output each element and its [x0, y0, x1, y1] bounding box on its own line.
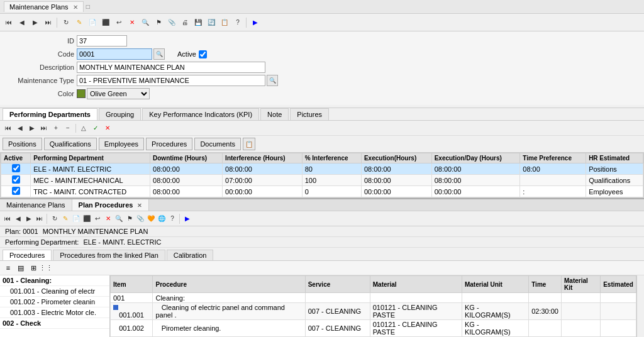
s-nav-first[interactable]: ⏮: [3, 213, 13, 225]
tree-item[interactable]: 002 - Check: [0, 318, 109, 329]
maint-type-search-btn[interactable]: 🔍: [267, 75, 278, 86]
tree-item[interactable]: 001.003 - Electric Motor cle.: [0, 307, 109, 318]
s-delete[interactable]: ✕: [103, 213, 113, 225]
help-btn[interactable]: ?: [231, 16, 244, 29]
s-attach[interactable]: 📎: [135, 213, 145, 225]
attach-btn[interactable]: 📎: [165, 16, 178, 29]
description-field[interactable]: [77, 62, 265, 73]
plan-name: MONTHLY MAINTENANCE PLAN: [43, 228, 148, 235]
save-btn[interactable]: 💾: [192, 16, 204, 29]
window-close[interactable]: □: [86, 3, 90, 10]
reload-btn[interactable]: 🔄: [205, 16, 218, 29]
sub-check[interactable]: ✓: [90, 123, 101, 134]
proc-col-matunit: Material Unit: [462, 276, 528, 293]
s-help[interactable]: ?: [167, 213, 177, 225]
run-btn[interactable]: ▶: [249, 16, 262, 29]
tree-item[interactable]: 001.002 - Pirometer cleanin: [0, 297, 109, 307]
sub-cancel[interactable]: ✕: [102, 123, 113, 134]
proc-table-row[interactable]: 001.002 Pirometer cleaning. 007 - CLEANI…: [111, 320, 636, 337]
sub-nav-first[interactable]: ⏮: [3, 123, 14, 134]
panel-tab-maintenance[interactable]: Maintenance Plans: [0, 199, 72, 211]
proc-time: 02:30:00: [529, 303, 562, 320]
undo-btn[interactable]: ↩: [113, 16, 125, 29]
more-btn[interactable]: ⋮⋮: [40, 262, 52, 273]
code-search-btn[interactable]: 🔍: [153, 48, 165, 60]
color-swatch: [77, 89, 86, 98]
refresh-btn[interactable]: ↻: [60, 16, 72, 29]
s-run[interactable]: ▶: [182, 213, 192, 225]
tab-grouping[interactable]: Grouping: [99, 108, 141, 120]
nav-next-btn[interactable]: ▶: [29, 16, 42, 29]
proc-matunit: [462, 293, 528, 303]
tab-note[interactable]: Note: [260, 108, 289, 120]
s-nav-prev[interactable]: ◀: [13, 213, 23, 225]
employees-btn[interactable]: Employees: [99, 138, 144, 150]
tab-pictures[interactable]: Pictures: [290, 108, 329, 120]
new-btn[interactable]: 📄: [86, 16, 99, 29]
sub-remove[interactable]: −: [62, 123, 74, 134]
copy-btn2[interactable]: 📋: [243, 138, 255, 150]
proc-matkit: [562, 320, 601, 337]
s-undo[interactable]: ↩: [92, 213, 103, 225]
tree-item[interactable]: 001 - Cleaning:: [0, 275, 109, 286]
dept-table-row[interactable]: MEC - MAINT.MECHANICAL 08:00:00 07:00:00…: [1, 175, 643, 186]
nav-last-btn[interactable]: ⏭: [42, 16, 55, 29]
positions-btn[interactable]: Positions: [3, 138, 42, 150]
dept-table-row[interactable]: TRC - MAINT. CONTRACTED 08:00:00 00:00:0…: [1, 186, 643, 197]
proc-procedure: Cleaning:: [153, 293, 305, 303]
procedures-btn[interactable]: Procedures: [146, 138, 192, 150]
proc-table-row[interactable]: 001.001 Cleaning of electric panel and c…: [111, 303, 636, 320]
search-btn[interactable]: 🔍: [139, 16, 152, 29]
list-view-btn[interactable]: ≡: [3, 262, 14, 273]
s-edit[interactable]: ✎: [60, 213, 70, 225]
s-copy[interactable]: ⬛: [82, 213, 92, 225]
edit-btn[interactable]: ✎: [73, 16, 86, 29]
tree-view-btn[interactable]: ⊞: [28, 262, 39, 273]
s-extra1[interactable]: 🧡: [146, 213, 156, 225]
color-select[interactable]: Olive Green: [87, 88, 150, 99]
delete-btn[interactable]: ✕: [126, 16, 138, 29]
dept-table-row[interactable]: ELE - MAINT. ELECTRIC 08:00:00 08:00:00 …: [1, 163, 643, 175]
tab-performing-departments[interactable]: Performing Departments: [3, 108, 97, 120]
panel-tab-close[interactable]: ✕: [137, 202, 142, 209]
proc-tab-calibration[interactable]: Calibration: [167, 250, 214, 260]
s-filter[interactable]: ⚑: [125, 213, 135, 225]
sub-move-up[interactable]: △: [78, 123, 89, 134]
proc-tab-procedures[interactable]: Procedures: [3, 250, 52, 260]
documents-btn[interactable]: Documents: [194, 138, 241, 150]
proc-table-row[interactable]: 001 Cleaning:: [111, 293, 636, 303]
dept-pct: 100: [302, 175, 361, 186]
main-tab[interactable]: Maintenance Plans ✕: [4, 1, 84, 12]
sub-add[interactable]: +: [50, 123, 62, 134]
clipboard-btn[interactable]: 📋: [218, 16, 231, 29]
panel-tab-procedures[interactable]: Plan Procedures ✕: [72, 199, 150, 211]
dept-execution: 00:00:00: [361, 186, 431, 197]
s-search[interactable]: 🔍: [114, 213, 124, 225]
scrollbar[interactable]: [636, 275, 644, 337]
maintenance-type-field[interactable]: [77, 75, 265, 86]
tab-kpi[interactable]: Key Performance Indicators (KPI): [142, 108, 259, 120]
qualifications-btn[interactable]: Qualifications: [44, 138, 97, 150]
filter-btn[interactable]: ⚑: [152, 16, 165, 29]
tree-item[interactable]: 001.001 - Cleaning of electr: [0, 286, 109, 297]
sep2: [246, 18, 247, 28]
nav-first-btn[interactable]: ⏮: [3, 16, 15, 29]
print-btn[interactable]: 🖨: [179, 16, 191, 29]
id-field[interactable]: [77, 35, 127, 47]
s-nav-last[interactable]: ⏭: [35, 213, 45, 225]
proc-tab-linked[interactable]: Procedures from the linked Plan: [53, 250, 165, 260]
sub-nav-next[interactable]: ▶: [26, 123, 38, 134]
s-new[interactable]: 📄: [71, 213, 81, 225]
list-view2-btn[interactable]: ▤: [15, 262, 26, 273]
main-tab-close[interactable]: ✕: [73, 4, 78, 11]
s-extra2[interactable]: 🌐: [157, 213, 167, 225]
s-nav-next[interactable]: ▶: [24, 213, 34, 225]
sub-nav-prev[interactable]: ◀: [14, 123, 26, 134]
code-field[interactable]: [77, 48, 152, 60]
sub-nav-last[interactable]: ⏭: [38, 123, 50, 134]
nav-prev-btn[interactable]: ◀: [16, 16, 28, 29]
active-checkbox[interactable]: [199, 50, 207, 58]
plan-info-bar: Plan: 0001 MONTHLY MAINTENANCE PLAN: [0, 226, 644, 237]
s-refresh[interactable]: ↻: [50, 213, 60, 225]
copy-btn[interactable]: ⬛: [99, 16, 112, 29]
